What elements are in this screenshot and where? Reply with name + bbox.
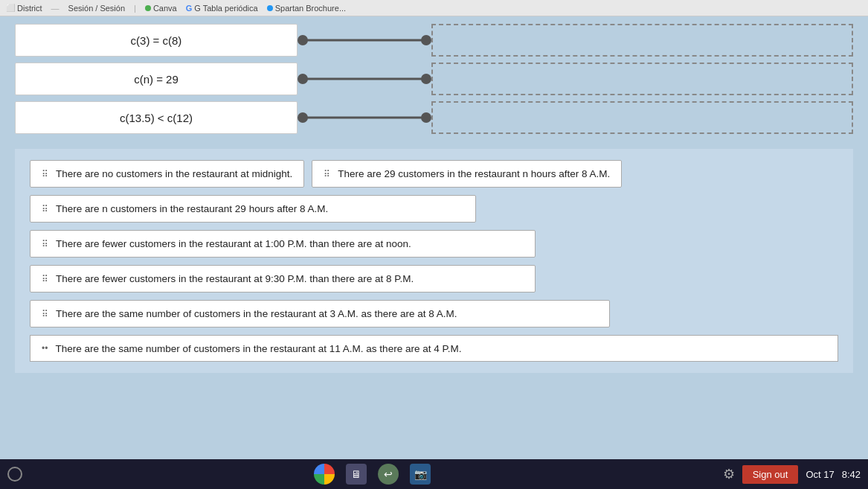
answer-row-4: ⠿ There are fewer customers in the resta… — [30, 265, 838, 293]
answer-box-5[interactable]: ⠿ There are fewer customers in the resta… — [30, 265, 536, 293]
taskbar-right: ⚙ Sign out Oct 17 8:42 — [723, 465, 861, 484]
dashed-column — [431, 24, 853, 134]
answer-row-2: ⠿ There are n customers in the restauran… — [30, 195, 838, 223]
answer-box-2[interactable]: ⠿ There are 29 customers in the restaura… — [312, 160, 622, 188]
connector-dot-left-2 — [298, 74, 308, 84]
answer-text-1: There are no customers in the restaurant… — [56, 168, 292, 179]
connector-dot-right-2 — [421, 74, 431, 84]
equation-text-1: c(3) = c(8) — [131, 34, 182, 47]
taskbar-time: 8:42 — [842, 469, 861, 480]
answers-area: ⠿ There are no customers in the restaura… — [15, 149, 853, 373]
main-content: c(3) = c(8) c(n) = 29 c(13.5) < c(12) — [0, 16, 868, 459]
answer-row-1: ⠿ There are no customers in the restaura… — [30, 160, 838, 188]
gear-icon[interactable]: ⚙ — [723, 466, 735, 482]
equation-box-3[interactable]: c(13.5) < c(12) — [15, 101, 298, 134]
drag-icon-5: ⠿ — [42, 274, 48, 284]
answer-row-3: ⠿ There are fewer customers in the resta… — [30, 230, 838, 258]
taskbar-date: Oct 17 — [806, 469, 834, 480]
tab-tabla[interactable]: G G Tabla periódica — [186, 4, 258, 13]
browser-bar: ⬜ District — Sesión / Sesión | Canva G G… — [0, 0, 868, 16]
equation-column: c(3) = c(8) c(n) = 29 c(13.5) < c(12) — [15, 24, 298, 134]
drag-icon-2: ⠿ — [324, 169, 330, 179]
screen-icon[interactable]: 🖥 — [346, 464, 367, 485]
taskbar-circle — [7, 467, 22, 482]
tab-session[interactable]: Sesión / Sesión — [68, 4, 125, 13]
connector-dot-left-1 — [298, 35, 308, 45]
equation-box-2[interactable]: c(n) = 29 — [15, 63, 298, 95]
answer-box-3[interactable]: ⠿ There are n customers in the restauran… — [30, 195, 476, 223]
equation-text-3: c(13.5) < c(12) — [120, 112, 193, 124]
video-icon[interactable]: 📷 — [410, 464, 431, 485]
answer-text-4: There are fewer customers in the restaur… — [56, 238, 411, 249]
answer-box-6[interactable]: ⠿ There are the same number of customers… — [30, 300, 610, 327]
answer-row-5: ⠿ There are the same number of customers… — [30, 300, 838, 327]
drag-icon-1: ⠿ — [42, 169, 48, 179]
connector-1 — [298, 24, 431, 57]
answer-text-3: There are n customers in the restaurant … — [56, 203, 328, 214]
connector-2 — [298, 63, 431, 95]
matching-area: c(3) = c(8) c(n) = 29 c(13.5) < c(12) — [15, 24, 853, 134]
tab-canva[interactable]: Canva — [145, 4, 177, 13]
connector-dot-right-1 — [421, 35, 431, 45]
tab-spartan[interactable]: Spartan Brochure... — [267, 4, 346, 13]
answer-text-5: There are fewer customers in the restaur… — [56, 273, 414, 284]
dashed-box-1[interactable] — [431, 24, 853, 57]
drag-icon-6: ⠿ — [42, 309, 48, 319]
equation-box-1[interactable]: c(3) = c(8) — [15, 24, 298, 57]
dashed-box-2[interactable] — [431, 63, 853, 95]
chrome-icon[interactable] — [314, 464, 335, 485]
tab-district[interactable]: ⬜ District — [6, 4, 42, 13]
dashed-box-3[interactable] — [431, 101, 853, 134]
equation-text-2: c(n) = 29 — [134, 73, 179, 86]
taskbar-icons: 🖥 ↩ 📷 — [314, 464, 431, 485]
drag-icon-4: ⠿ — [42, 239, 48, 249]
back-icon[interactable]: ↩ — [378, 464, 399, 485]
connector-dot-right-3 — [421, 112, 431, 123]
answer-box-1[interactable]: ⠿ There are no customers in the restaura… — [30, 160, 304, 188]
answer-text-6: There are the same number of customers i… — [56, 308, 457, 319]
taskbar: 🖥 ↩ 📷 ⚙ Sign out Oct 17 8:42 — [0, 459, 868, 489]
answer-text-7-partial: There are the same number of customers i… — [55, 343, 461, 354]
drag-icon-3: ⠿ — [42, 204, 48, 214]
answer-box-4[interactable]: ⠿ There are fewer customers in the resta… — [30, 230, 536, 258]
answer-box-7-partial[interactable]: •• There are the same number of customer… — [30, 335, 838, 362]
connector-3 — [298, 101, 431, 134]
answer-text-2: There are 29 customers in the restaurant… — [338, 168, 610, 179]
drag-icon-7: •• — [42, 343, 48, 354]
connector-area — [298, 24, 431, 134]
connector-dot-left-3 — [298, 112, 308, 123]
sign-out-button[interactable]: Sign out — [742, 465, 799, 484]
